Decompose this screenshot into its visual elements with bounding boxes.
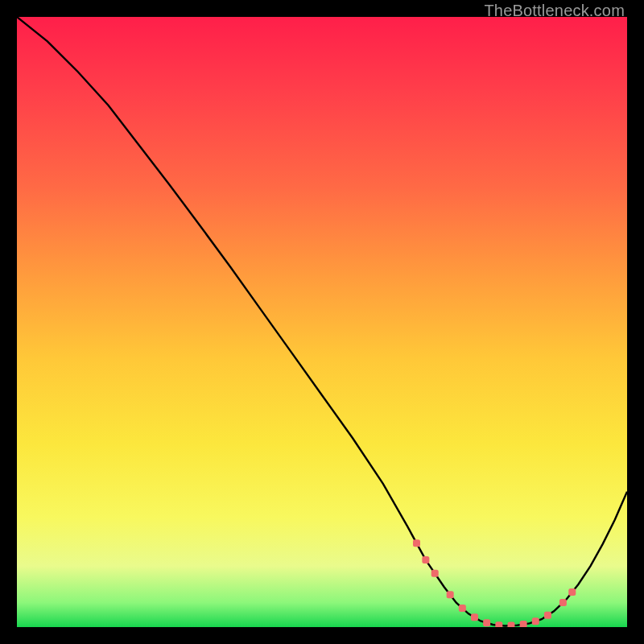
valley-marker (544, 612, 551, 619)
valley-marker (520, 621, 527, 627)
valley-marker (413, 539, 420, 547)
valley-marker (507, 622, 514, 627)
flat-region-markers (413, 539, 576, 627)
valley-marker (495, 621, 502, 627)
bottleneck-curve-line (17, 17, 627, 625)
chart-plot-area (17, 17, 627, 627)
valley-marker (559, 599, 567, 606)
valley-marker (431, 570, 439, 577)
valley-marker (459, 605, 466, 612)
valley-marker (422, 556, 429, 564)
valley-marker (471, 613, 478, 621)
valley-marker (483, 619, 490, 626)
valley-marker (568, 588, 576, 596)
valley-marker (447, 591, 454, 598)
chart-svg-layer (17, 17, 627, 627)
attribution-label: TheBottleneck.com (484, 2, 625, 20)
valley-marker (532, 617, 539, 625)
